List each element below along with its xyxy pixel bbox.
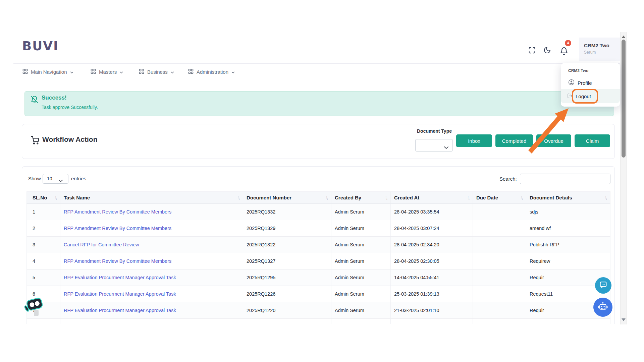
cell-doc: 2025RQ1295	[243, 269, 331, 286]
table-row: 3Cancel RFP for Committee Review2025RQ13…	[27, 237, 610, 253]
cell-created_by: Admin Serum	[331, 253, 391, 269]
cell-details: Publishh RFP	[526, 237, 610, 253]
chevron-down-icon	[444, 144, 448, 150]
notification-bell-icon[interactable]	[559, 46, 569, 56]
cell-details: Requirew	[526, 253, 610, 269]
column-header-created-by[interactable]: Created By↑↓	[331, 192, 391, 204]
workflow-table: SL.No↑↓ Task Name↑↓ Document Number↑↓ Cr…	[26, 191, 610, 324]
nav-label: Administration	[197, 69, 228, 75]
cell-created_at: 21-03-2025 02:01:10	[391, 302, 473, 319]
chat-fab-button[interactable]	[595, 277, 611, 294]
column-header-due-date[interactable]: Due Date↑↓	[473, 192, 526, 204]
cell-due	[473, 253, 526, 269]
sort-icon[interactable]: ↑↓	[521, 195, 524, 199]
chat-bubble-icon	[599, 281, 607, 290]
menu-item-profile[interactable]: Profile	[561, 76, 620, 89]
nav-item-main-navigation[interactable]: Main Navigation	[22, 67, 73, 76]
show-label: Show	[28, 176, 41, 181]
nav-label: Main Navigation	[31, 69, 67, 75]
cell-created_at: 14-04-2025 04:55:41	[391, 269, 473, 286]
chevron-down-icon	[231, 69, 235, 75]
nav-label: Business	[147, 69, 168, 75]
grid-icon	[139, 69, 144, 75]
claim-button[interactable]: Claim	[575, 134, 610, 147]
brand-logo[interactable]: BUVI	[22, 39, 59, 53]
task-name-link[interactable]: RFP Evaluation Procurment Manager Approv…	[64, 291, 176, 297]
page-size-select[interactable]: 10	[43, 174, 68, 184]
cell-created_at: 25-03-2025 01:39:13	[391, 286, 473, 302]
page-title: Workflow Action	[42, 135, 98, 143]
column-header-slno[interactable]: SL.No↑↓	[27, 192, 60, 204]
task-name-link[interactable]: RFP Evaluation Procurment Manager Approv…	[64, 275, 176, 280]
task-name-link[interactable]: Cancel RFP for Committee Review	[64, 242, 139, 247]
column-header-created-at[interactable]: Created At↑↓	[391, 192, 473, 204]
user-profile-block[interactable]: CRM2 Two Serum	[579, 38, 620, 61]
cell-task: RFP Evaluation Procurment Manager Approv…	[60, 269, 243, 286]
nav-item-administration[interactable]: Administration	[188, 67, 235, 76]
search-input[interactable]	[520, 174, 610, 184]
column-header-task-name[interactable]: Task Name↑↓	[60, 192, 243, 204]
cell-due	[473, 220, 526, 237]
scrollbar-up-arrow[interactable]	[622, 36, 626, 38]
cell-created_at: 28-04-2025 03:35:54	[391, 204, 473, 220]
cart-icon	[31, 136, 39, 146]
cell-doc: 2025RQ1329	[243, 220, 331, 237]
grid-icon	[91, 69, 96, 75]
nav-item-masters[interactable]: Masters	[91, 67, 123, 76]
user-name: CRM2 Two	[584, 43, 620, 48]
completed-button[interactable]: Completed	[495, 134, 533, 147]
workflow-card: Workflow Action Document Type Inbox Comp…	[22, 124, 615, 159]
cell-task: RFP Evaluation Procurment Manager Approv…	[60, 286, 243, 302]
overdue-button[interactable]: Overdue	[536, 134, 571, 147]
page-size-value: 10	[47, 176, 52, 181]
cell-due	[473, 269, 526, 286]
inbox-button[interactable]: Inbox	[456, 134, 492, 147]
entries-label: entries	[71, 176, 86, 181]
document-type-label: Document Type	[413, 128, 456, 134]
table-header-row: SL.No↑↓ Task Name↑↓ Document Number↑↓ Cr…	[27, 192, 610, 204]
cell-created_at: 28-04-2025 03:07:24	[391, 220, 473, 237]
cell-created_at: 28-04-2025 02:30:05	[391, 253, 473, 269]
table-row: 4RFP Amendment Review By Committee Membe…	[27, 253, 610, 269]
sort-icon[interactable]: ↑↓	[605, 195, 608, 199]
sort-icon[interactable]: ↑↓	[467, 195, 471, 199]
cell-sl: 2	[27, 220, 60, 237]
notification-count-badge: 4	[565, 40, 571, 46]
cell-due	[473, 286, 526, 302]
sort-icon[interactable]: ↑↓	[237, 195, 241, 199]
chevron-down-icon	[59, 178, 63, 183]
scrollbar-down-arrow[interactable]	[622, 318, 626, 321]
cell-sl: 4	[27, 253, 60, 269]
cell-sl: 5	[27, 269, 60, 286]
task-name-link[interactable]: RFP Amendment Review By Committee Member…	[64, 258, 171, 264]
dark-mode-moon-icon[interactable]	[542, 45, 552, 55]
cell-due	[473, 302, 526, 319]
chevron-down-icon	[70, 69, 73, 75]
alert-message: Task approve Successfully.	[42, 105, 98, 110]
task-name-link[interactable]: RFP Evaluation Procurment Manager Approv…	[64, 308, 176, 313]
grid-icon	[188, 69, 194, 75]
document-type-select[interactable]	[415, 139, 453, 152]
sort-icon[interactable]: ↑↓	[326, 195, 329, 199]
scrollbar-thumb[interactable]	[622, 40, 626, 158]
column-header-document-number[interactable]: Document Number↑↓	[243, 192, 331, 204]
logout-label: Logout	[576, 94, 591, 99]
logout-icon	[567, 93, 573, 100]
menu-item-logout[interactable]: Logout	[561, 89, 620, 103]
table-body: 1RFP Amendment Review By Committee Membe…	[27, 204, 610, 324]
scrollbar[interactable]	[620, 32, 627, 324]
cell-doc: 2025RQ1327	[243, 253, 331, 269]
bell-off-icon	[31, 96, 39, 104]
sort-icon[interactable]: ↑↓	[55, 195, 58, 199]
cell-sl: 1	[27, 204, 60, 220]
nav-item-business[interactable]: Business	[139, 67, 174, 76]
sort-icon[interactable]: ↑↓	[385, 195, 389, 199]
alert-title: Success!	[42, 95, 67, 101]
fullscreen-icon[interactable]	[527, 45, 537, 55]
cell-created_by: Admin Serum	[331, 237, 391, 253]
column-header-document-details[interactable]: Document Details↑↓	[526, 192, 610, 204]
robot-fab-button[interactable]	[593, 298, 612, 317]
success-alert: Success! Task approve Successfully.	[24, 91, 614, 116]
task-name-link[interactable]: RFP Amendment Review By Committee Member…	[64, 226, 171, 231]
task-name-link[interactable]: RFP Amendment Review By Committee Member…	[64, 209, 171, 215]
